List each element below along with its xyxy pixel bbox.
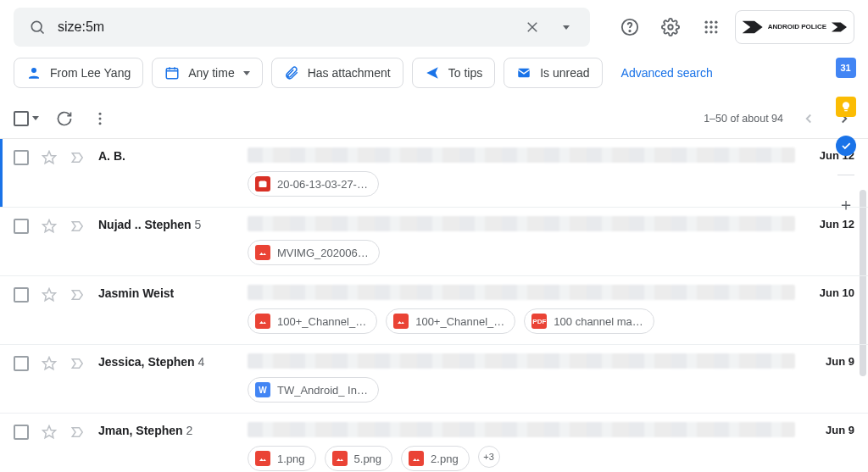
important-icon[interactable] [70, 286, 86, 303]
list-toolbar: 1–50 of about 94 [0, 98, 868, 139]
important-icon[interactable] [70, 424, 86, 441]
row-checkbox[interactable] [14, 356, 29, 371]
attachment-chip[interactable]: 1.png [248, 446, 316, 471]
row-checkbox[interactable] [14, 150, 29, 165]
chip-anytime[interactable]: Any time [152, 58, 262, 88]
apps-grid-icon[interactable] [694, 10, 728, 44]
star-icon[interactable] [41, 286, 58, 303]
tasks-app-icon[interactable] [836, 136, 856, 156]
svg-point-22 [99, 112, 102, 114]
attachment-chip[interactable]: 100+_Channel_… [386, 308, 515, 334]
select-all[interactable] [14, 111, 39, 126]
chip-unread[interactable]: Is unread [504, 58, 602, 88]
important-icon[interactable] [70, 355, 86, 372]
account-brand[interactable]: ANDROID POLICE [735, 10, 854, 44]
attachment-icon [284, 65, 299, 81]
chip-from[interactable]: From Lee Yang [14, 58, 143, 88]
email-row[interactable]: Jasmin Weist100+_Channel_…100+_Channel_…… [0, 276, 868, 345]
search-input[interactable] [54, 19, 515, 35]
mail-icon [516, 65, 531, 81]
support-icon[interactable] [613, 10, 647, 44]
brand-avatar-icon [832, 19, 847, 35]
svg-point-12 [715, 25, 717, 28]
more-menu-button[interactable] [90, 108, 110, 129]
image-icon [409, 451, 424, 466]
svg-point-23 [99, 117, 102, 119]
row-checkbox[interactable] [14, 287, 29, 303]
svg-marker-29 [43, 289, 56, 301]
doc-icon: W [255, 382, 270, 397]
page-prev-button[interactable] [798, 108, 819, 129]
svg-point-11 [709, 25, 712, 28]
chip-label: Has attachment [308, 66, 391, 80]
search-options-dropdown[interactable] [549, 10, 583, 44]
search-bar[interactable] [14, 8, 590, 47]
attachment-label: 20-06-13-03-27-… [277, 178, 368, 191]
svg-point-7 [704, 21, 707, 24]
calendar-app-icon[interactable]: 31 [836, 58, 856, 78]
svg-point-24 [99, 122, 102, 125]
attachment-chip[interactable]: MVIMG_202006… [248, 240, 380, 265]
chevron-down-icon[interactable] [32, 116, 39, 120]
chip-attachment[interactable]: Has attachment [271, 58, 403, 88]
important-icon[interactable] [70, 218, 86, 235]
attachment-chip[interactable]: 20-06-13-03-27-… [248, 171, 379, 197]
attachment-label: 100 channel ma… [554, 315, 643, 328]
svg-marker-25 [43, 152, 56, 164]
email-row[interactable]: Nujad .. Stephen 5MVIMG_202006…Jun 12 [0, 208, 868, 276]
attachment-label: 5.png [354, 453, 382, 465]
subject-area: WTW_Android_ In… [248, 353, 795, 403]
attachment-chip[interactable]: 100+_Channel_… [248, 308, 377, 334]
star-icon[interactable] [41, 149, 58, 166]
refresh-button[interactable] [54, 108, 75, 129]
image-icon [255, 245, 270, 260]
attachment-more[interactable]: +3 [478, 446, 500, 468]
svg-marker-31 [43, 426, 56, 438]
row-checkbox[interactable] [14, 219, 29, 234]
advanced-search-link[interactable]: Advanced search [611, 66, 723, 80]
svg-marker-28 [43, 220, 56, 232]
svg-point-5 [629, 31, 630, 31]
sender: Jman, Stephen 2 [86, 422, 248, 437]
row-checkbox[interactable] [14, 425, 29, 440]
side-panel: 31 ＋ [822, 54, 868, 472]
chip-to[interactable]: To tips [412, 58, 495, 88]
filter-chip-row: From Lee Yang Any time Has attachment To… [0, 54, 868, 98]
keep-app-icon[interactable] [836, 97, 856, 117]
attachment-chip[interactable]: WTW_Android_ In… [248, 377, 379, 403]
star-icon[interactable] [41, 424, 58, 441]
svg-point-8 [709, 21, 712, 24]
email-list: A. B.20-06-13-03-27-…Jun 12Nujad .. Step… [0, 139, 868, 472]
email-row[interactable]: Jman, Stephen 21.png5.png2.png+3Jun 9 [0, 414, 868, 472]
important-icon[interactable] [70, 149, 86, 166]
image-icon [255, 451, 270, 466]
subject-area: 1.png5.png2.png+3 [248, 422, 795, 471]
subject-redacted [248, 285, 795, 300]
svg-marker-30 [43, 358, 56, 369]
clear-search-icon[interactable] [515, 10, 549, 44]
email-row[interactable]: A. B.20-06-13-03-27-…Jun 12 [0, 139, 868, 208]
content-area: A. B.20-06-13-03-27-…Jun 12Nujad .. Step… [0, 139, 868, 472]
chip-label: Any time [188, 66, 234, 80]
subject-redacted [248, 353, 795, 369]
attachment-chip[interactable]: PDF100 channel ma… [524, 308, 654, 334]
header: ANDROID POLICE [0, 0, 868, 54]
attachment-label: 1.png [277, 453, 305, 465]
search-icon[interactable] [20, 10, 54, 44]
attachment-chip[interactable]: 5.png [325, 446, 393, 471]
sender: Jasmin Weist [86, 285, 248, 300]
checkbox-icon[interactable] [14, 111, 29, 126]
chip-label: From Lee Yang [50, 66, 131, 80]
sender: Jessica, Stephen 4 [86, 353, 248, 369]
attachment-label: 100+_Channel_… [415, 315, 504, 328]
svg-point-9 [715, 21, 717, 24]
star-icon[interactable] [41, 218, 58, 235]
attachment-chip[interactable]: 2.png [401, 446, 470, 471]
svg-point-6 [668, 25, 673, 30]
add-addon-button[interactable]: ＋ [836, 194, 856, 214]
email-row[interactable]: Jessica, Stephen 4WTW_Android_ In…Jun 9 [0, 345, 868, 414]
subject-area: MVIMG_202006… [248, 216, 795, 265]
calendar-icon [164, 65, 180, 81]
star-icon[interactable] [41, 355, 58, 372]
settings-gear-icon[interactable] [654, 10, 687, 44]
